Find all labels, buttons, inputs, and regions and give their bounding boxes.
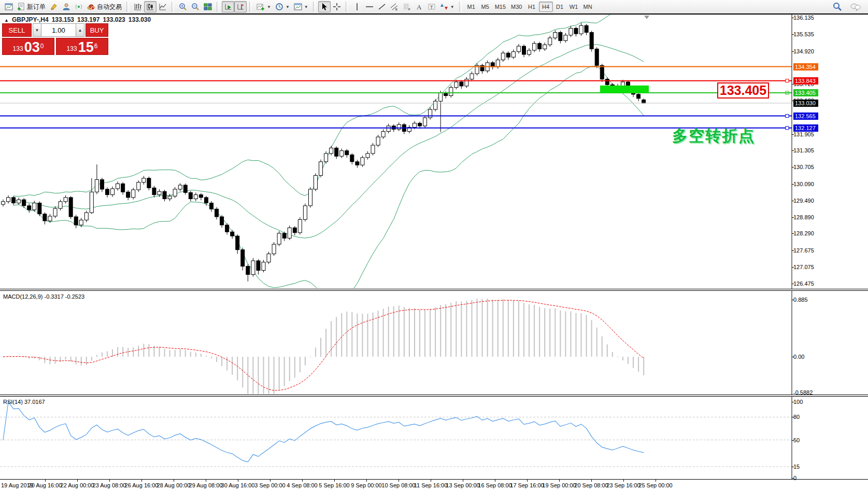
candlestick [293,228,296,233]
buy-price-sup: 6 [94,38,98,54]
candlestick [90,192,93,213]
highlighter-icon[interactable] [48,1,60,12]
macd-histogram-bar [180,349,181,357]
candlestick [69,198,73,217]
candlestick [559,32,562,40]
candlestick-chart-icon[interactable] [144,1,156,12]
signal-icon[interactable] [73,1,85,12]
volume-input[interactable] [41,23,76,37]
candlestick [132,190,135,198]
horizontal-line-icon[interactable] [363,1,376,12]
chart-shift-marker[interactable] [644,16,649,19]
candlestick [277,233,281,244]
chart-plot-area[interactable] [0,0,868,491]
new-order-button[interactable]: 新订单 [15,1,48,12]
tile-windows-icon[interactable] [202,1,214,12]
sell-price[interactable]: 133030 [2,38,54,55]
equidistant-channel-icon[interactable]: E [388,1,401,12]
macd-histogram-bar [409,308,410,357]
macd-histogram-bar [560,311,561,357]
bar-chart-icon[interactable] [132,1,144,12]
macd-histogram-bar [226,357,227,371]
profile-icon[interactable] [60,1,73,12]
fibonacci-icon[interactable]: F [401,1,413,12]
price-annotation-label[interactable]: 133.405 [717,82,769,99]
sell-price-big: 03 [24,40,40,54]
macd-histogram-bar [331,321,332,357]
macd-histogram-bar [91,357,92,361]
macd-histogram-bar [232,357,233,375]
timeframe-m30[interactable]: M30 [508,2,524,12]
indicators-icon[interactable]: ▼ [254,1,273,12]
zoom-in-icon[interactable] [177,1,189,12]
candlestick [449,88,453,96]
crosshair-icon[interactable] [331,1,343,12]
candlestick [501,53,505,60]
buy-button[interactable]: BUY [86,23,108,37]
auto-scroll-icon[interactable] [222,1,234,12]
candlestick [100,179,104,189]
chart-window-icon[interactable] [3,1,15,12]
macd-histogram-bar [206,356,207,357]
arrows-icon[interactable]: ▼ [438,1,457,12]
macd-label: MACD(12,26,9) -0.3317 -0.2523 [3,293,84,300]
volume-up-button[interactable]: ▲ [76,23,84,37]
candlestick [241,250,245,266]
candlestick [345,151,349,155]
timeframe-d1[interactable]: D1 [553,2,567,12]
macd-histogram-bar [570,312,571,357]
supply-zone-rectangle[interactable] [600,86,649,93]
chart-shift-icon[interactable] [234,1,247,12]
candlestick [308,189,312,206]
candlestick [397,124,401,129]
text-label-icon[interactable]: T [425,1,438,12]
timeframe-h1[interactable]: H1 [525,2,539,12]
macd-histogram-bar [534,305,535,357]
macd-histogram-bar [284,357,285,386]
rsi-panel-separator[interactable] [0,395,868,397]
volume-down-button[interactable]: ▼ [33,23,41,37]
level-handle[interactable] [786,115,789,118]
symbol-arrow-icon: ▲ [4,18,9,23]
macd-histogram-bar [346,312,347,357]
periods-icon[interactable]: ▼ [273,1,292,12]
macd-histogram-bar [523,303,524,357]
macd-histogram-bar [518,301,519,357]
timeframe-m1[interactable]: M1 [464,2,478,12]
text-icon[interactable]: A [413,1,425,12]
line-chart-icon[interactable] [156,1,169,12]
macd-histogram-bar [529,304,530,357]
macd-histogram-bar [602,336,603,357]
macd-panel-separator[interactable] [0,289,868,291]
templates-icon[interactable]: ▼ [292,1,310,12]
zoom-out-icon[interactable] [189,1,202,12]
macd-histogram-bar [65,357,66,360]
level-handle[interactable] [786,79,789,82]
sell-button[interactable]: SELL [2,23,32,37]
timeframe-m15[interactable]: M15 [492,2,508,12]
search-icon[interactable] [831,1,844,12]
buy-price[interactable]: 133156 [56,38,108,55]
macd-histogram-bar [461,301,462,357]
macd-histogram-bar [544,308,545,357]
candlestick [189,192,192,199]
candlestick [33,203,36,209]
candlestick [569,29,573,35]
trendline-icon[interactable] [376,1,388,12]
level-handle[interactable] [786,127,789,130]
timeframe-w1[interactable]: W1 [567,2,581,12]
macd-histogram-bar [143,344,144,357]
cursor-icon[interactable] [318,1,331,12]
timeframe-m5[interactable]: M5 [478,2,492,12]
candlestick [262,262,265,271]
macd-histogram-bar [367,314,368,357]
vertical-line-icon[interactable] [351,1,363,12]
macd-histogram-bar [341,313,342,357]
macd-histogram-bar [351,312,352,357]
autotrade-button[interactable]: 自动交易 [85,1,124,12]
timeframe-h4[interactable]: H4 [539,2,553,12]
turning-point-annotation[interactable]: 多空转折点 [672,125,755,147]
macd-histogram-bar [466,301,467,357]
chat-icon[interactable] [848,1,863,12]
timeframe-mn[interactable]: MN [581,2,595,12]
